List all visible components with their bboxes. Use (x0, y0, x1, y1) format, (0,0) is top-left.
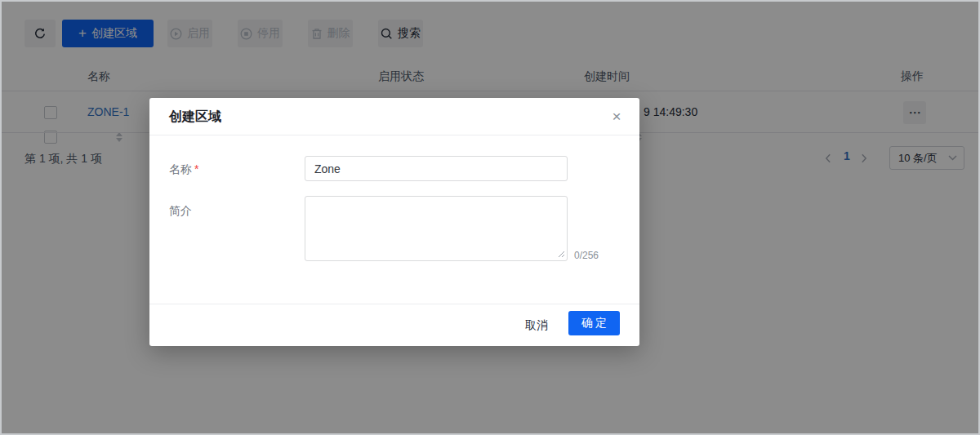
cancel-button[interactable]: 取消 (525, 316, 548, 335)
name-field-label: 名称* (169, 162, 198, 177)
char-counter: 0/256 (574, 250, 599, 261)
required-asterisk: * (194, 162, 198, 175)
description-field-label: 简介 (169, 204, 192, 219)
dialog-header: 创建区域 × (149, 98, 639, 135)
dialog-footer: 取消 确定 (149, 304, 639, 346)
confirm-button[interactable]: 确定 (568, 311, 620, 335)
name-input[interactable] (305, 156, 568, 181)
description-textarea[interactable] (305, 196, 568, 261)
name-label-text: 名称 (169, 162, 192, 175)
close-icon[interactable]: × (608, 109, 625, 125)
screen: + 创建区域 启用 停用 (0, 0, 980, 435)
dialog-title: 创建区域 (169, 98, 221, 135)
create-zone-dialog: 创建区域 × 名称* 简介 0/256 取消 确定 (149, 98, 639, 346)
